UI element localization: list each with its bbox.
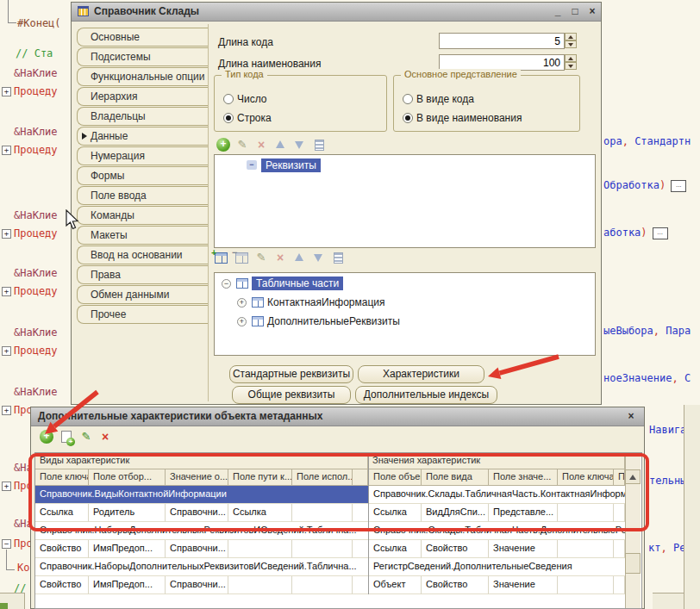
stepper-up-icon[interactable]: [565, 33, 577, 40]
edit-attribute-icon[interactable]: ✎: [235, 138, 249, 152]
table-cell[interactable]: [228, 540, 292, 558]
move-up-icon[interactable]: [295, 253, 303, 261]
sort-list-icon[interactable]: [334, 252, 343, 264]
tabular-child-item[interactable]: КонтактнаяИнформация: [267, 296, 384, 308]
name-length-stepper[interactable]: [565, 54, 577, 71]
stepper-down-icon[interactable]: [565, 40, 577, 48]
table-cell[interactable]: Справочни...: [166, 576, 228, 594]
code-length-input[interactable]: 5: [439, 33, 565, 49]
collapse-plus-icon[interactable]: +: [2, 229, 11, 239]
collapsed-code-icon[interactable]: ...: [653, 227, 668, 239]
tab-komandy[interactable]: Команды: [77, 206, 208, 225]
scrollbar-thumb[interactable]: [625, 553, 641, 574]
radio-chislo-label[interactable]: Число: [237, 93, 267, 105]
tab-makety[interactable]: Макеты: [77, 226, 208, 245]
tab-numeraciya[interactable]: Нумерация: [77, 146, 208, 165]
move-down-icon[interactable]: [295, 141, 303, 149]
dialog-close-button[interactable]: ×: [624, 409, 638, 423]
table-cell[interactable]: [558, 576, 614, 594]
attributes-root-item[interactable]: Реквизиты: [261, 158, 321, 172]
additional-indexes-button[interactable]: Дополнительные индексы: [355, 386, 497, 404]
collapse-node-icon[interactable]: −: [222, 279, 231, 289]
table-cell[interactable]: Справочни...: [166, 540, 228, 558]
standard-attributes-button[interactable]: Стандартные реквизиты: [229, 365, 353, 383]
stepper-down-icon[interactable]: [565, 62, 577, 70]
table-cell[interactable]: [614, 540, 625, 558]
radio-stroka[interactable]: [223, 113, 234, 123]
radio-v-vide-koda-label[interactable]: В виде кода: [416, 93, 474, 105]
minimize-button[interactable]: _: [551, 4, 565, 18]
delete-attribute-icon[interactable]: ×: [254, 138, 268, 152]
table-cell[interactable]: Свойство: [422, 540, 489, 558]
table-cell[interactable]: Объект: [369, 576, 422, 594]
table-cell[interactable]: Свойство: [35, 576, 89, 594]
radio-v-vide-naimenovaniya-label[interactable]: В виде наименования: [416, 112, 522, 124]
tab-funkcionalnye-opcii[interactable]: Функциональные опции: [77, 67, 208, 86]
tree-root-dash-icon[interactable]: −: [247, 160, 257, 170]
table-cell[interactable]: ИмяПредоп...: [89, 576, 166, 594]
tab-osnovnye[interactable]: Основные: [77, 28, 208, 47]
tab-formy[interactable]: Формы: [77, 166, 208, 185]
delete-tabular-icon[interactable]: ×: [273, 251, 287, 264]
dialog-titlebar[interactable]: Дополнительные характеристики объекта ме…: [31, 407, 644, 426]
collapse-plus-icon[interactable]: +: [2, 346, 11, 356]
stepper-up-icon[interactable]: [565, 54, 577, 62]
table-cell[interactable]: Значение: [489, 576, 558, 594]
tab-prava[interactable]: Права: [77, 265, 208, 284]
tabular-sections-tree[interactable]: − Табличные части + КонтактнаяИнформация…: [214, 272, 596, 356]
add-tabular-section-icon[interactable]: +: [215, 252, 228, 264]
characteristics-button[interactable]: Характеристики: [358, 365, 484, 383]
table-row[interactable]: Справочник.НаборыДополнительныхРеквизито…: [35, 558, 368, 576]
common-attributes-button[interactable]: Общие реквизиты: [232, 386, 351, 404]
maximize-button[interactable]: □: [568, 4, 582, 18]
table-cell[interactable]: [292, 540, 353, 558]
tab-prochee[interactable]: Прочее: [77, 305, 208, 324]
add-attribute-icon[interactable]: +: [216, 138, 230, 152]
tab-podsistemy[interactable]: Подсистемы: [77, 47, 208, 66]
tabular-child-item[interactable]: ДополнительныеРеквизиты: [267, 315, 400, 327]
radio-v-vide-koda[interactable]: [403, 94, 413, 104]
tab-vvod-na-osnovanii[interactable]: Ввод на основании: [77, 245, 208, 264]
edit-tabular-icon[interactable]: ✎: [254, 251, 268, 264]
tab-obmen-dannymi[interactable]: Обмен данными: [77, 285, 208, 304]
close-button[interactable]: ×: [585, 4, 599, 18]
collapse-plus-icon[interactable]: +: [2, 87, 11, 96]
tab-vladelcy[interactable]: Владельцы: [77, 107, 208, 126]
table-cell[interactable]: Значение: [489, 540, 558, 558]
sort-list-icon[interactable]: [315, 140, 324, 151]
collapse-plus-icon[interactable]: +: [2, 146, 11, 155]
table-cell[interactable]: Свойство: [422, 576, 489, 594]
table-cell[interactable]: [228, 576, 292, 594]
editor-scrollbar[interactable]: [684, 405, 700, 609]
table-cell[interactable]: [558, 540, 614, 558]
tab-pole-vvoda[interactable]: Поле ввода: [77, 186, 208, 205]
collapse-plus-icon[interactable]: +: [2, 482, 11, 491]
window-titlebar[interactable]: Справочник Склады _ □ ×: [72, 3, 601, 22]
tab-dannye-selected[interactable]: Данные: [77, 127, 208, 146]
code-length-stepper[interactable]: [565, 33, 577, 49]
tab-ierarhiya[interactable]: Иерархия: [77, 87, 208, 106]
collapse-plus-icon[interactable]: +: [2, 287, 11, 296]
move-up-icon[interactable]: [276, 140, 284, 148]
radio-chislo[interactable]: [223, 94, 234, 104]
table-cell[interactable]: Ссылка: [369, 540, 422, 558]
code-fragment: аботка)...: [603, 227, 668, 239]
expand-node-icon[interactable]: +: [237, 298, 247, 308]
table-cell[interactable]: [614, 576, 625, 594]
expand-node-icon[interactable]: +: [237, 317, 247, 326]
table-cell[interactable]: ИмяПредоп...: [89, 540, 166, 558]
code-line-procedure: Процеду: [14, 227, 58, 239]
collapsed-code-icon[interactable]: ...: [671, 180, 686, 192]
code-fragment: тельны: [649, 475, 686, 487]
move-down-icon[interactable]: [314, 254, 322, 262]
remove-tabular-section-icon[interactable]: −: [235, 252, 248, 264]
tabular-root-item[interactable]: Табличные части: [252, 277, 343, 290]
table-row[interactable]: РегистрСведений.ДополнительныеСведения: [369, 558, 625, 576]
collapse-plus-icon[interactable]: +: [2, 406, 11, 415]
attributes-list[interactable]: − Реквизиты: [214, 154, 596, 248]
table-cell[interactable]: [292, 576, 353, 594]
radio-v-vide-naimenovaniya[interactable]: [403, 113, 413, 123]
radio-stroka-label[interactable]: Строка: [237, 112, 272, 124]
collapse-minus-icon[interactable]: −: [2, 539, 11, 549]
table-cell[interactable]: Свойство: [35, 540, 89, 558]
